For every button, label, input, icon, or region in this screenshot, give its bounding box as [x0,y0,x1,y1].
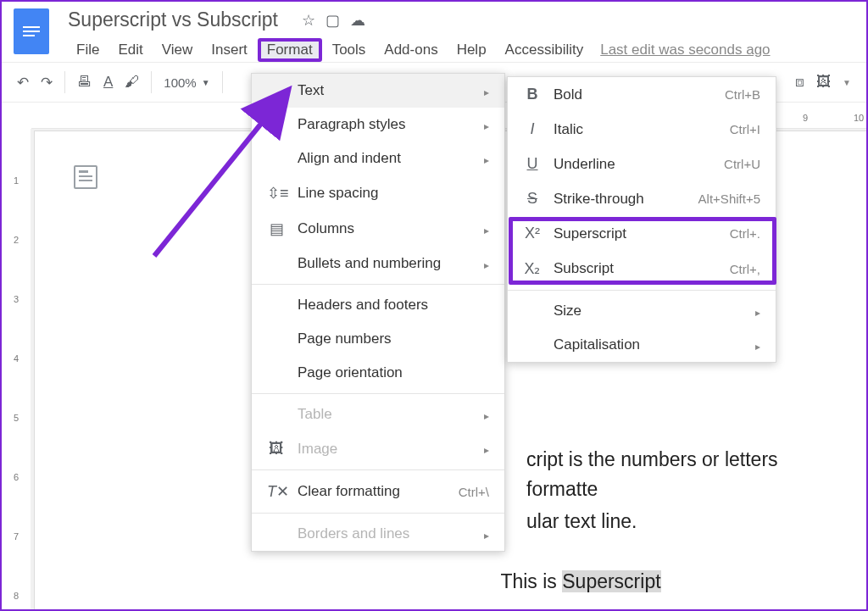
text-bold-item[interactable]: BBoldCtrl+B [508,77,776,112]
menu-file[interactable]: File [68,39,108,61]
menu-bar: File Edit View Insert Format Tools Add-o… [68,38,771,62]
format-align-item[interactable]: Align and indent [252,142,504,175]
print-icon[interactable]: 🖶 [77,74,92,91]
format-clear-item[interactable]: T✕Clear formattingCtrl+\ [252,474,504,509]
format-paragraph-item[interactable]: Paragraph styles [252,108,504,142]
insert-picture-icon[interactable]: 🖼 [816,74,831,91]
body-line-1: cript is the numbers or letters formatte [526,445,804,503]
menu-insert[interactable]: Insert [203,39,256,61]
text-underline-item[interactable]: UUnderlineCtrl+U [508,147,776,181]
document-title-input[interactable] [68,8,288,31]
text-capitalisation-item[interactable]: Capitalisation [508,328,776,362]
text-subscript-item[interactable]: X₂SubscriptCtrl+, [508,251,776,286]
format-headers-footers-item[interactable]: Headers and footers [252,288,504,322]
format-line-spacing-item[interactable]: ⇳≡Line spacing [252,175,504,211]
move-icon[interactable]: ▢ [326,11,340,30]
body-line-3: This is Superscript [357,567,804,597]
italic-icon: I [523,120,542,138]
spellcheck-icon[interactable]: A [103,74,113,91]
format-bullets-item[interactable]: Bullets and numbering [252,247,504,281]
insert-image-icon[interactable]: ⧈ [795,74,804,91]
columns-icon: ▤ [267,219,286,238]
star-icon[interactable]: ☆ [302,11,315,30]
format-menu-dropdown: Text Paragraph styles Align and indent ⇳… [251,73,505,552]
text-submenu-dropdown: BBoldCtrl+B IItalicCtrl+I UUnderlineCtrl… [507,76,776,363]
body-line-2: ular text line. [526,507,804,536]
menu-help[interactable]: Help [448,39,495,61]
document-body[interactable]: cript is the numbers or letters formatte… [526,445,804,611]
bold-icon: B [523,86,542,103]
last-edit-link[interactable]: Last edit was seconds ago [600,42,770,58]
superscript-icon: X² [523,225,542,242]
menu-accessibility[interactable]: Accessibility [497,39,593,61]
redo-icon[interactable]: ↷ [41,74,53,92]
format-text-item[interactable]: Text [252,74,504,108]
text-size-item[interactable]: Size [508,294,776,328]
menu-edit[interactable]: Edit [109,39,151,61]
underline-icon: U [523,155,542,173]
text-superscript-item[interactable]: X²SuperscriptCtrl+. [508,216,776,251]
outline-icon[interactable] [74,165,97,189]
menu-view[interactable]: View [153,39,202,61]
line-spacing-icon: ⇳≡ [267,184,286,203]
format-orientation-item[interactable]: Page orientation [252,356,504,390]
menu-format[interactable]: Format [258,38,322,62]
undo-icon[interactable]: ↶ [17,74,29,92]
menu-addons[interactable]: Add-ons [376,39,446,61]
image-icon: 🖼 [267,440,286,458]
format-columns-item[interactable]: ▤Columns [252,211,504,247]
menu-tools[interactable]: Tools [324,39,375,61]
text-strike-item[interactable]: SStrike-throughAlt+Shift+5 [508,181,776,216]
format-page-numbers-item[interactable]: Page numbers [252,322,504,356]
format-borders-item: Borders and lines [252,517,504,551]
format-image-item: 🖼Image [252,431,504,466]
paint-format-icon[interactable]: 🖌 [125,74,139,91]
cloud-status-icon: ☁ [350,11,365,30]
clear-format-icon: T✕ [267,482,286,501]
subscript-icon: X₂ [523,259,542,278]
text-italic-item[interactable]: IItalicCtrl+I [508,112,776,147]
vertical-ruler: 1 2 3 4 5 6 7 8 [10,129,29,609]
format-table-item: Table [252,397,504,431]
zoom-select[interactable]: 100%▼ [164,75,209,90]
strikethrough-icon: S [523,190,542,208]
docs-logo-icon[interactable] [14,8,49,54]
